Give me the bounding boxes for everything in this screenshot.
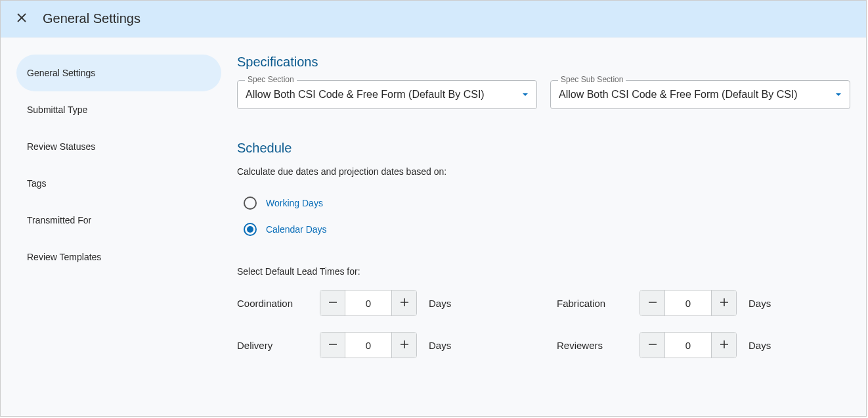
spec-sub-section-select[interactable]: Allow Both CSI Code & Free Form (Default… [550, 80, 850, 109]
unit-label: Days [749, 340, 771, 351]
minus-icon [327, 338, 339, 352]
spec-section-label: Spec Section [245, 75, 297, 84]
sidebar-item-review-statuses[interactable]: Review Statuses [16, 128, 221, 165]
radio-icon [244, 197, 257, 210]
lead-time-label: Reviewers [557, 340, 640, 351]
sidebar-item-label: Review Templates [27, 252, 101, 262]
sidebar-item-tags[interactable]: Tags [16, 165, 221, 202]
specifications-heading: Specifications [237, 55, 850, 70]
day-type-radio-group: Working Days Calendar Days [237, 190, 850, 243]
lead-time-reviewers: Reviewers 0 [557, 332, 850, 358]
spec-section-field: Spec Section Allow Both CSI Code & Free … [237, 80, 537, 109]
delivery-stepper: 0 [320, 332, 417, 358]
plus-icon [399, 296, 410, 310]
unit-label: Days [429, 340, 451, 351]
lead-time-label: Delivery [237, 340, 320, 351]
stepper-value[interactable]: 0 [345, 333, 391, 358]
unit-label: Days [749, 298, 771, 309]
sidebar-item-label: General Settings [27, 68, 95, 78]
minus-icon [327, 296, 339, 310]
spec-sub-section-label: Spec Sub Section [558, 75, 626, 84]
radio-label: Calendar Days [266, 224, 327, 235]
sidebar-item-transmitted-for[interactable]: Transmitted For [16, 202, 221, 239]
stepper-value[interactable]: 0 [345, 290, 391, 315]
stepper-value[interactable]: 0 [665, 333, 711, 358]
plus-icon [718, 338, 730, 352]
dialog-header: General Settings [1, 1, 866, 37]
lead-time-fabrication: Fabrication 0 [557, 290, 850, 316]
plus-icon [718, 296, 730, 310]
increment-button[interactable] [391, 333, 416, 358]
radio-icon [244, 223, 257, 236]
spec-sub-section-value: Allow Both CSI Code & Free Form (Default… [559, 89, 798, 101]
decrement-button[interactable] [320, 290, 345, 315]
caret-down-icon [522, 91, 529, 98]
lead-time-label: Coordination [237, 298, 320, 309]
radio-label: Working Days [266, 198, 323, 208]
lead-time-label: Fabrication [557, 298, 640, 309]
caret-down-icon [835, 91, 842, 98]
main-content: Specifications Spec Section Allow Both C… [237, 55, 866, 416]
unit-label: Days [429, 298, 451, 309]
spec-section-select[interactable]: Allow Both CSI Code & Free Form (Default… [237, 80, 537, 109]
minus-icon [647, 338, 659, 352]
dialog-title: General Settings [43, 11, 141, 26]
settings-dialog: General Settings General Settings Submit… [0, 0, 867, 417]
increment-button[interactable] [391, 290, 416, 315]
fabrication-stepper: 0 [640, 290, 737, 316]
spec-sub-section-field: Spec Sub Section Allow Both CSI Code & F… [550, 80, 850, 109]
decrement-button[interactable] [320, 333, 345, 358]
sidebar-nav: General Settings Submittal Type Review S… [1, 55, 237, 416]
spec-section-value: Allow Both CSI Code & Free Form (Default… [246, 89, 485, 101]
lead-time-coordination: Coordination 0 [237, 290, 531, 316]
sidebar-item-label: Review Statuses [27, 141, 95, 152]
sidebar-item-review-templates[interactable]: Review Templates [16, 239, 221, 275]
close-button[interactable] [6, 3, 37, 35]
minus-icon [647, 296, 659, 310]
coordination-stepper: 0 [320, 290, 417, 316]
increment-button[interactable] [711, 333, 736, 358]
decrement-button[interactable] [640, 333, 665, 358]
stepper-value[interactable]: 0 [665, 290, 711, 315]
sidebar-item-label: Submittal Type [27, 104, 87, 115]
reviewers-stepper: 0 [640, 332, 737, 358]
close-icon [16, 12, 27, 26]
increment-button[interactable] [711, 290, 736, 315]
schedule-calc-description: Calculate due dates and projection dates… [237, 166, 850, 177]
lead-time-delivery: Delivery 0 [237, 332, 531, 358]
radio-working-days[interactable]: Working Days [244, 190, 850, 216]
plus-icon [399, 338, 410, 352]
schedule-heading: Schedule [237, 141, 850, 156]
sidebar-item-label: Tags [27, 178, 47, 189]
radio-calendar-days[interactable]: Calendar Days [244, 216, 850, 243]
sidebar-item-general-settings[interactable]: General Settings [16, 55, 221, 91]
lead-times-description: Select Default Lead Times for: [237, 266, 850, 277]
decrement-button[interactable] [640, 290, 665, 315]
sidebar-item-label: Transmitted For [27, 215, 91, 225]
sidebar-item-submittal-type[interactable]: Submittal Type [16, 91, 221, 128]
